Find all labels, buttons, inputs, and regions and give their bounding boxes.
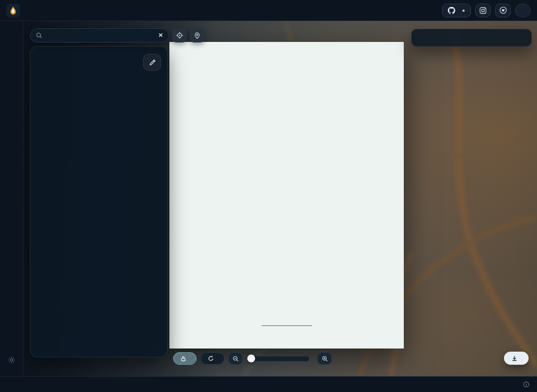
heart-hand-icon <box>499 6 507 14</box>
sidebar-item-settings[interactable] <box>2 352 21 371</box>
theme-panel <box>30 46 168 357</box>
download-icon <box>511 355 518 362</box>
drop-pin-button[interactable] <box>190 28 205 42</box>
location-search-input[interactable] <box>47 32 154 39</box>
crosshair-icon <box>176 31 184 39</box>
current-settings-panel <box>411 29 532 47</box>
zoom-in-button[interactable] <box>317 352 332 365</box>
map-pin-icon <box>194 32 201 39</box>
zoom-slider[interactable] <box>251 356 309 362</box>
search-row: ✕ <box>30 28 205 42</box>
app-header: ★ <box>0 0 537 21</box>
locate-me-button[interactable] <box>172 28 187 42</box>
search-box: ✕ <box>30 28 169 42</box>
instagram-icon <box>479 7 487 14</box>
sidebar <box>0 21 24 376</box>
lock-map-button[interactable] <box>173 352 197 365</box>
poster-map-canvas <box>169 42 404 349</box>
zoom-slider-thumb[interactable] <box>248 355 255 363</box>
footer-map-attribution <box>517 381 530 388</box>
map-poster[interactable] <box>169 42 404 349</box>
zoom-out-icon <box>232 355 239 362</box>
about-button[interactable] <box>515 4 531 17</box>
app-root: ★ <box>0 0 537 392</box>
sponsor-button[interactable] <box>495 4 511 17</box>
download-button[interactable] <box>504 352 529 365</box>
rotate-icon <box>208 355 214 362</box>
pencil-edit-icon <box>148 59 156 67</box>
app-footer <box>0 376 537 392</box>
star-icon: ★ <box>461 7 465 14</box>
gear-icon <box>7 356 16 366</box>
info-icon[interactable] <box>523 381 530 388</box>
clear-search-icon[interactable]: ✕ <box>158 32 163 39</box>
header-actions: ★ <box>442 4 531 17</box>
edit-theme-button[interactable] <box>143 54 161 71</box>
instagram-button[interactable] <box>475 4 491 17</box>
theme-panel-header <box>37 54 161 71</box>
logo-group <box>6 4 34 17</box>
zoom-out-button[interactable] <box>228 352 243 365</box>
github-icon <box>448 7 455 14</box>
zoom-in-icon <box>321 355 328 362</box>
search-icon <box>36 32 42 39</box>
main-canvas: ✕ <box>24 21 537 376</box>
lock-icon <box>180 356 186 362</box>
terraink-logo-icon <box>6 4 20 17</box>
map-controls <box>173 352 332 365</box>
github-stars-button[interactable]: ★ <box>442 4 471 17</box>
enable-rotation-button[interactable] <box>200 352 224 365</box>
